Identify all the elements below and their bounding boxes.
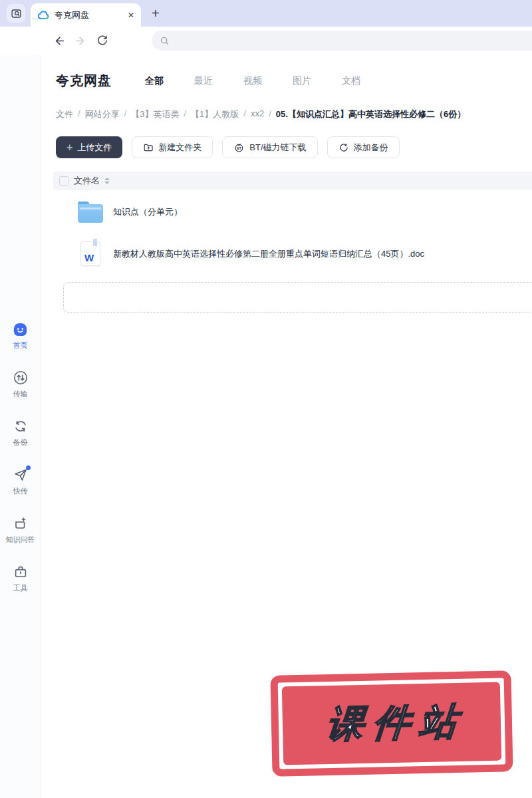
tab-videos[interactable]: 视频 <box>243 75 262 87</box>
plus-icon: + <box>66 142 72 153</box>
breadcrumb: 文件 / 网站分享 / 【3】英语类 / 【1】人教版 / xx2 / 05.【… <box>56 108 532 120</box>
refresh-icon <box>96 35 108 47</box>
filename-column-header: 文件名 <box>74 175 100 187</box>
back-button[interactable] <box>52 34 65 47</box>
browser-toolbar <box>0 27 532 55</box>
tab-images[interactable]: 图片 <box>293 75 311 87</box>
paper-plane-icon <box>12 466 29 483</box>
sidebar-label-knowledge-qa: 知识问答 <box>6 535 35 545</box>
back-arrow-icon <box>53 35 65 47</box>
bt-download-label: BT/磁力链下载 <box>249 142 306 154</box>
sidebar-item-quick-send[interactable]: 快传 <box>0 466 41 496</box>
table-row-folder[interactable]: 知识点（分单元） <box>41 192 532 232</box>
word-letter: W <box>84 252 94 263</box>
view-tabs: 全部 最近 视频 图片 文档 <box>145 75 360 87</box>
breadcrumb-link-files[interactable]: 文件 <box>56 108 73 120</box>
window-search-icon <box>11 8 22 19</box>
file-table-header: 文件名 <box>53 172 532 190</box>
breadcrumb-current: 05.【知识点汇总】高中英语选择性必修二（6份） <box>276 108 466 120</box>
browser-tab-bar: 夸克网盘 ✕ + <box>0 0 532 27</box>
address-search-bar[interactable] <box>152 31 532 51</box>
folder-plus-icon <box>143 142 154 153</box>
tab-documents[interactable]: 文档 <box>342 75 360 87</box>
breadcrumb-separator: / <box>124 108 127 120</box>
sort-asc-icon <box>104 178 110 180</box>
select-all-checkbox[interactable] <box>59 176 68 186</box>
tab-recent[interactable]: 最近 <box>194 75 213 87</box>
browser-tab-quark[interactable]: 夸克网盘 ✕ <box>31 3 141 27</box>
tab-title: 夸克网盘 <box>55 9 122 21</box>
sidebar-item-transfer[interactable]: 传输 <box>0 369 41 399</box>
breadcrumb-link-pep[interactable]: 【1】人教版 <box>191 108 239 120</box>
folder-icon <box>78 201 103 223</box>
stamp-text: 课件站 <box>315 697 468 751</box>
forward-button[interactable] <box>74 34 87 47</box>
tab-close-icon[interactable]: ✕ <box>128 11 134 20</box>
page-title: 夸克网盘 <box>56 72 112 90</box>
sidebar-item-backup[interactable]: 备份 <box>0 418 41 448</box>
breadcrumb-link-site-share[interactable]: 网站分享 <box>85 108 120 120</box>
sidebar-item-home[interactable]: 首页 <box>0 321 41 350</box>
svg-text:BT: BT <box>237 147 241 150</box>
bt-magnet-download-button[interactable]: BT BT/磁力链下载 <box>222 136 317 158</box>
table-row-doc[interactable]: W 新教材人教版高中英语选择性必修第二册全册重点单词短语归纳汇总（45页）.do… <box>41 233 532 274</box>
sidebar-item-knowledge-qa[interactable]: 知识问答 <box>0 515 41 545</box>
upload-file-button[interactable]: + 上传文件 <box>56 136 122 158</box>
word-doc-icon: W <box>80 241 100 266</box>
backup-circle-icon <box>338 142 349 153</box>
breadcrumb-separator: / <box>243 108 246 120</box>
app-sidebar: 首页 传输 备份 <box>0 55 41 798</box>
sidebar-label-tools: 工具 <box>13 583 28 593</box>
toolbox-icon <box>12 563 29 581</box>
breadcrumb-separator: / <box>184 108 186 120</box>
quark-favicon <box>37 9 49 21</box>
upload-dropzone[interactable] <box>63 282 532 313</box>
breadcrumb-separator: / <box>78 108 80 120</box>
new-tab-button[interactable]: + <box>152 7 160 20</box>
sidebar-nav: 首页 传输 备份 <box>0 321 41 593</box>
refresh-button[interactable] <box>96 34 109 47</box>
upload-file-label: 上传文件 <box>77 142 112 154</box>
tab-all[interactable]: 全部 <box>145 75 164 87</box>
forward-arrow-icon <box>74 35 87 47</box>
add-backup-button[interactable]: 添加备份 <box>327 136 400 158</box>
stamp-background: 课件站 <box>282 682 501 765</box>
breadcrumb-link-english[interactable]: 【3】英语类 <box>131 108 179 120</box>
new-folder-button[interactable]: 新建文件夹 <box>132 136 213 158</box>
tab-search-button[interactable] <box>7 4 25 23</box>
backup-sync-icon <box>12 418 29 435</box>
breadcrumb-link-xx2[interactable]: xx2 <box>251 108 264 120</box>
file-name[interactable]: 知识点（分单元） <box>113 206 182 218</box>
watermark-stamp: 课件站 <box>270 670 513 777</box>
transfer-icon <box>12 369 29 386</box>
file-name[interactable]: 新教材人教版高中英语选择性必修第二册全册重点单词短语归纳汇总（45页）.doc <box>113 248 424 260</box>
sidebar-label-home: 首页 <box>13 340 28 350</box>
sidebar-label-backup: 备份 <box>13 438 28 448</box>
sidebar-item-tools[interactable]: 工具 <box>0 563 41 593</box>
knowledge-add-icon <box>12 515 29 532</box>
bt-download-icon: BT <box>233 142 245 153</box>
sort-toggle[interactable] <box>104 178 110 184</box>
sidebar-label-transfer: 传输 <box>13 389 28 399</box>
new-folder-label: 新建文件夹 <box>158 142 201 154</box>
sort-desc-icon <box>104 182 110 184</box>
home-cloud-icon <box>12 321 29 338</box>
breadcrumb-separator: / <box>269 108 271 120</box>
search-icon <box>160 36 170 46</box>
sidebar-label-quick-send: 快传 <box>13 486 28 496</box>
notification-dot <box>26 466 31 470</box>
add-backup-label: 添加备份 <box>354 142 388 154</box>
action-buttons: + 上传文件 新建文件夹 BT BT/磁力链下载 添加备份 <box>56 136 532 158</box>
